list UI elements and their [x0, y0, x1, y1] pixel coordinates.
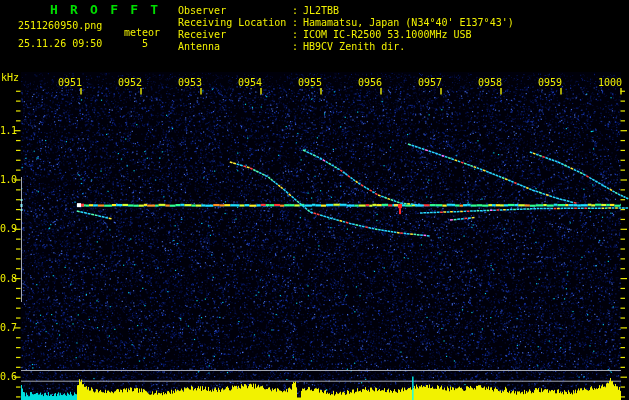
x-tick-label: 0958: [478, 78, 502, 88]
y-tick-label: 0.6: [0, 372, 15, 382]
x-tick-label: 0951: [58, 78, 82, 88]
x-tick-label: 1000: [598, 78, 622, 88]
info-separator: :: [292, 30, 298, 40]
datetime-label: 25.11.26 09:50: [18, 39, 102, 49]
x-tick-label: 0957: [418, 78, 442, 88]
y-tick-label: 1.1: [0, 126, 15, 136]
info-label-location: Receiving Location: [178, 18, 286, 28]
x-tick-label: 0955: [298, 78, 322, 88]
info-separator: :: [292, 18, 298, 28]
echo-count: 5: [142, 39, 148, 49]
y-tick-label: 0.9: [0, 224, 15, 234]
spectrogram-canvas: [0, 0, 629, 400]
app-title: H R O F F T: [50, 3, 160, 16]
info-label-receiver: Receiver: [178, 30, 226, 40]
x-tick-label: 0953: [178, 78, 202, 88]
y-axis-unit-label: kHz: [1, 73, 19, 83]
info-label-observer: Observer: [178, 6, 226, 16]
info-value-observer: JL2TBB: [303, 6, 339, 16]
info-label-antenna: Antenna: [178, 42, 220, 52]
info-separator: :: [292, 42, 298, 52]
hrofft-output-image: H R O F F T 2511260950.png meteor 25.11.…: [0, 0, 629, 400]
info-value-antenna: HB9CV Zenith dir.: [303, 42, 405, 52]
x-tick-label: 0956: [358, 78, 382, 88]
info-separator: :: [292, 6, 298, 16]
mode-label: meteor: [124, 28, 160, 38]
y-tick-label: 1.0: [0, 175, 15, 185]
y-tick-label: 0.8: [0, 274, 15, 284]
x-tick-label: 0952: [118, 78, 142, 88]
info-value-location: Hamamatsu, Japan (N34°40' E137°43'): [303, 18, 514, 28]
info-value-receiver: ICOM IC-R2500 53.1000MHz USB: [303, 30, 472, 40]
x-tick-label: 0954: [238, 78, 262, 88]
y-tick-label: 0.7: [0, 323, 15, 333]
x-tick-label: 0959: [538, 78, 562, 88]
output-filename: 2511260950.png: [18, 21, 102, 31]
